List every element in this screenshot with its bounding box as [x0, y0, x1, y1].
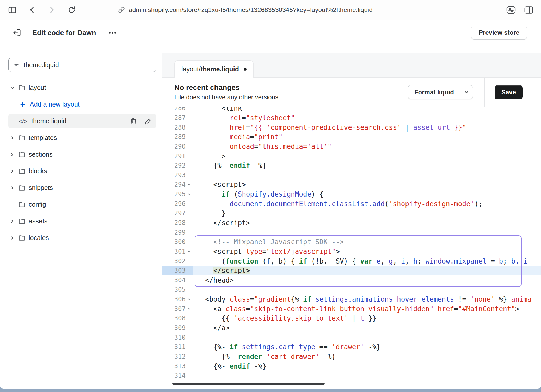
address-bar[interactable]: admin.shopify.com/store/rzq1xu-f5/themes…	[117, 4, 500, 16]
code-line-content[interactable]: <body class="gradient{% if settings.anim…	[193, 295, 541, 304]
preview-store-button[interactable]: Preview store	[471, 26, 527, 40]
format-options-chevron-icon[interactable]	[460, 85, 473, 99]
code-line-293[interactable]: 293	[162, 170, 541, 180]
tab-layout-theme-liquid[interactable]: layout/theme.liquid	[174, 60, 254, 78]
chevron-right-icon[interactable]	[8, 135, 16, 141]
line-gutter[interactable]: 309	[162, 323, 193, 333]
fold-chevron-icon[interactable]	[186, 182, 193, 187]
line-gutter[interactable]: 303	[162, 266, 193, 275]
reload-icon[interactable]	[66, 4, 78, 16]
fold-chevron-icon[interactable]	[186, 192, 193, 196]
code-line-287[interactable]: 287 rel="stylesheet"	[162, 113, 541, 123]
line-gutter[interactable]: 288	[162, 123, 193, 132]
line-number[interactable]: 304	[174, 277, 186, 284]
code-line-content[interactable]: <script type="text/javascript">	[193, 247, 541, 256]
code-line-301[interactable]: 301 <script type="text/javascript">	[162, 247, 541, 256]
sidebar-item-locales[interactable]: locales	[8, 230, 156, 245]
sidebar-item-assets[interactable]: assets	[8, 214, 156, 229]
line-number[interactable]: 296	[174, 200, 186, 207]
code-line-298[interactable]: 298 </script>	[162, 218, 541, 228]
line-gutter[interactable]: 296	[162, 199, 193, 209]
file-search[interactable]	[8, 58, 156, 72]
line-gutter[interactable]: 307	[162, 304, 193, 314]
line-number[interactable]: 308	[174, 315, 186, 322]
sidebar-item-layout[interactable]: layout	[8, 80, 156, 95]
line-gutter[interactable]: 293	[162, 170, 193, 180]
more-options-icon[interactable]	[107, 26, 119, 40]
line-gutter[interactable]: 310	[162, 333, 193, 342]
line-number[interactable]: 303	[174, 267, 186, 274]
sidebar-item-snippets[interactable]: snippets	[8, 180, 156, 195]
code-line-289[interactable]: 289 media="print"	[162, 132, 541, 142]
line-gutter[interactable]: 299	[162, 228, 193, 237]
sidebar-item-blocks[interactable]: blocks	[8, 164, 156, 179]
code-line-content[interactable]: {%- endif -%}	[193, 161, 541, 170]
code-line-content[interactable]: }	[193, 209, 541, 218]
line-gutter[interactable]: 312	[162, 352, 193, 362]
code-line-content[interactable]	[193, 228, 541, 237]
line-number[interactable]: 298	[174, 219, 186, 226]
code-line-291[interactable]: 291 >	[162, 151, 541, 161]
code-line-content[interactable]: rel="stylesheet"	[193, 113, 541, 123]
code-line-content[interactable]: href="{{ 'component-predictive-search.cs…	[193, 123, 541, 132]
code-line-294[interactable]: 294 <script>	[162, 180, 541, 189]
edit-file-icon[interactable]	[144, 117, 152, 125]
line-gutter[interactable]: 302	[162, 256, 193, 266]
line-gutter[interactable]: 300	[162, 237, 193, 247]
line-gutter[interactable]: 306	[162, 295, 193, 304]
fold-chevron-icon[interactable]	[186, 307, 193, 311]
code-line-288[interactable]: 288 href="{{ 'component-predictive-searc…	[162, 123, 541, 132]
save-button[interactable]: Save	[495, 85, 523, 99]
line-number[interactable]: 311	[174, 343, 186, 351]
sidebar-item-sections[interactable]: sections	[8, 147, 156, 162]
line-gutter[interactable]: 295	[162, 189, 193, 199]
code-line-content[interactable]	[193, 333, 541, 342]
fold-chevron-icon[interactable]	[186, 297, 193, 301]
sidebar-item-templates[interactable]: templates	[8, 130, 156, 145]
code-line-content[interactable]: <a class="skip-to-content-link button vi…	[193, 304, 541, 314]
line-number[interactable]: 306	[174, 296, 186, 303]
code-line-286[interactable]: 286 <link	[162, 107, 541, 113]
line-gutter[interactable]: 289	[162, 132, 193, 142]
extensions-icon[interactable]	[505, 4, 517, 16]
line-gutter[interactable]: 291	[162, 151, 193, 161]
code-line-299[interactable]: 299	[162, 228, 541, 237]
code-line-302[interactable]: 302 (function (f, b) { if (!b.__SV) { va…	[162, 256, 541, 266]
code-line-content[interactable]: (function (f, b) { if (!b.__SV) { var e,…	[193, 256, 541, 266]
line-number[interactable]: 287	[174, 114, 186, 121]
code-line-content[interactable]: media="print"	[193, 132, 541, 142]
line-number[interactable]: 301	[174, 248, 186, 255]
line-gutter[interactable]: 301	[162, 247, 193, 256]
code-line-309[interactable]: 309 </a>	[162, 323, 541, 333]
url-text[interactable]: admin.shopify.com/store/rzq1xu-f5/themes…	[129, 6, 373, 14]
chevron-right-icon[interactable]	[8, 152, 16, 157]
delete-file-icon[interactable]	[130, 117, 137, 125]
code-line-content[interactable]: <!-- Mixpanel Javascript SDK -->	[193, 237, 541, 247]
line-number[interactable]: 295	[174, 191, 186, 198]
chevron-right-icon[interactable]	[8, 185, 16, 191]
horizontal-scrollbar[interactable]	[172, 383, 325, 385]
fold-chevron-icon[interactable]	[186, 249, 193, 254]
code-line-content[interactable]: if (Shopify.designMode) {	[193, 189, 541, 199]
line-number[interactable]: 305	[174, 286, 186, 293]
line-number[interactable]: 314	[174, 372, 186, 379]
line-number[interactable]: 292	[174, 162, 186, 169]
line-gutter[interactable]: 305	[162, 285, 193, 295]
format-liquid-label[interactable]: Format liquid	[408, 85, 460, 99]
line-gutter[interactable]: 311	[162, 342, 193, 352]
code-line-content[interactable]: {%- render 'cart-drawer' -%}	[193, 352, 541, 362]
split-view-icon[interactable]	[523, 4, 535, 16]
line-gutter[interactable]: 313	[162, 361, 193, 371]
code-line-content[interactable]: </script>	[193, 266, 541, 275]
line-number[interactable]: 299	[174, 229, 186, 236]
file-search-input[interactable]	[24, 61, 152, 69]
code-line-306[interactable]: 306 <body class="gradient{% if settings.…	[162, 295, 541, 304]
line-gutter[interactable]: 287	[162, 113, 193, 123]
code-line-content[interactable]: onload="this.media='all'"	[193, 142, 541, 151]
line-number[interactable]: 309	[174, 324, 186, 332]
line-number[interactable]: 293	[174, 172, 186, 179]
line-number[interactable]: 291	[174, 152, 186, 160]
line-number[interactable]: 288	[174, 124, 186, 131]
line-number[interactable]: 313	[174, 363, 186, 370]
code-line-content[interactable]: >	[193, 151, 541, 161]
